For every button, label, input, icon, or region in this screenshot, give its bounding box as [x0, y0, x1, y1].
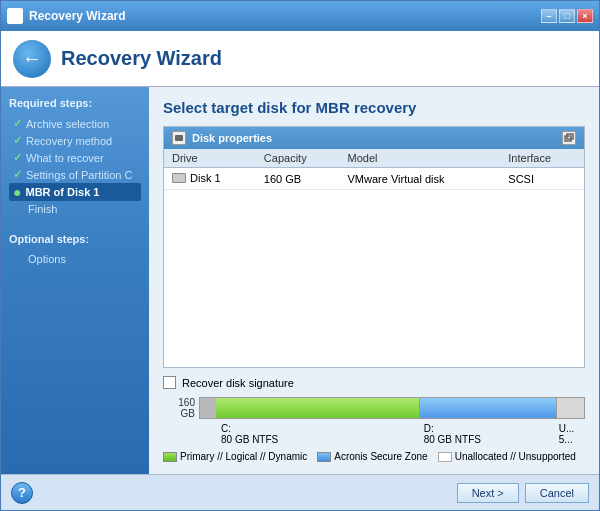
panel-header-icon	[172, 131, 186, 145]
sidebar-label: Options	[28, 253, 66, 265]
d-label: D:	[424, 423, 555, 434]
main-content: Required steps: ✓ Archive selection ✓ Re…	[1, 87, 599, 474]
check-icon: ✓	[13, 151, 22, 164]
svg-rect-0	[175, 135, 183, 141]
col-interface: Interface	[500, 149, 584, 168]
sidebar-label: What to recover	[26, 152, 104, 164]
c-sublabel: 80 GB NTFS	[221, 434, 418, 445]
legend-icon-unalloc	[438, 452, 452, 462]
window-controls: – □ ×	[541, 9, 593, 23]
sidebar-item-mbr-disk1[interactable]: ● MBR of Disk 1	[9, 183, 141, 201]
c-label-col: C: 80 GB NTFS	[203, 423, 418, 445]
legend-primary: Primary // Logical // Dynamic	[163, 451, 307, 462]
sidebar-item-finish[interactable]: Finish	[9, 201, 141, 217]
sidebar-label: Settings of Partition C	[26, 169, 132, 181]
bar-segment-c	[216, 398, 419, 418]
panel-title: Disk properties	[192, 132, 272, 144]
legend-label-primary: Primary // Logical // Dynamic	[180, 451, 307, 462]
sidebar-item-what-to-recover[interactable]: ✓ What to recover	[9, 149, 141, 166]
col-model: Model	[340, 149, 501, 168]
u-label-col: U... 5...	[557, 423, 585, 445]
content-area: Select target disk for MBR recovery Disk…	[149, 87, 599, 474]
title-bar: Recovery Wizard – □ ×	[1, 1, 599, 31]
disk-size-label: 160 GB	[163, 397, 195, 419]
col-drive: Drive	[164, 149, 256, 168]
legend-icon-blue	[317, 452, 331, 462]
close-button[interactable]: ×	[577, 9, 593, 23]
d-sublabel: 80 GB NTFS	[424, 434, 555, 445]
partition-labels-row: C: 80 GB NTFS D: 80 GB NTFS U... 5...	[163, 423, 585, 445]
page-title: Recovery Wizard	[61, 47, 222, 70]
bar-segment-unalloc	[557, 398, 584, 418]
panel-header: Disk properties	[164, 127, 584, 149]
bottom-section: Recover disk signature 160 GB	[163, 376, 585, 462]
table-row[interactable]: Disk 1 160 GB VMware Virtual disk SCSI	[164, 168, 584, 190]
recover-signature-row: Recover disk signature	[163, 376, 585, 389]
maximize-button[interactable]: □	[559, 9, 575, 23]
header: ← Recovery Wizard	[1, 31, 599, 87]
u-label: U...	[559, 423, 585, 434]
sidebar-label: Archive selection	[26, 118, 109, 130]
required-steps-label: Required steps:	[9, 97, 141, 109]
bar-segment-d	[420, 398, 556, 418]
u-sublabel: 5...	[559, 434, 585, 445]
sidebar: Required steps: ✓ Archive selection ✓ Re…	[1, 87, 149, 474]
disk-visual-row: 160 GB	[163, 397, 585, 419]
sidebar-item-recovery-method[interactable]: ✓ Recovery method	[9, 132, 141, 149]
legend-unalloc: Unallocated // Unsupported	[438, 451, 576, 462]
optional-steps: Optional steps: Options	[9, 233, 141, 267]
minimize-button[interactable]: –	[541, 9, 557, 23]
check-icon: ✓	[13, 134, 22, 147]
legend-label-acronis: Acronis Secure Zone	[334, 451, 427, 462]
sidebar-item-settings-partition[interactable]: ✓ Settings of Partition C	[9, 166, 141, 183]
header-icon: ←	[13, 40, 51, 78]
disk-properties-panel: Disk properties Drive Capacity Model Int…	[163, 126, 585, 368]
sidebar-label: Recovery method	[26, 135, 112, 147]
disk-icon: Disk 1	[172, 172, 221, 184]
app-icon	[7, 8, 23, 24]
legend-icon-green	[163, 452, 177, 462]
panel-restore-button[interactable]	[562, 131, 576, 145]
cell-model: VMware Virtual disk	[340, 168, 501, 190]
bar-segment-gray	[200, 398, 216, 418]
cell-interface: SCSI	[500, 168, 584, 190]
hdd-icon	[172, 173, 186, 183]
help-button[interactable]: ?	[11, 482, 33, 504]
footer-left: ?	[11, 482, 33, 504]
optional-steps-label: Optional steps:	[9, 233, 141, 245]
legend: Primary // Logical // Dynamic Acronis Se…	[163, 451, 585, 462]
check-icon: ✓	[13, 168, 22, 181]
back-arrow-icon: ←	[22, 47, 42, 70]
bullet-icon: ●	[13, 185, 21, 199]
sidebar-item-archive-selection[interactable]: ✓ Archive selection	[9, 115, 141, 132]
cell-drive: Disk 1	[164, 168, 256, 190]
window-title: Recovery Wizard	[29, 9, 541, 23]
check-icon: ✓	[13, 117, 22, 130]
sidebar-label: Finish	[28, 203, 57, 215]
c-label: C:	[221, 423, 418, 434]
footer-buttons: Next > Cancel	[457, 483, 589, 503]
next-button[interactable]: Next >	[457, 483, 519, 503]
cancel-button[interactable]: Cancel	[525, 483, 589, 503]
recover-signature-label: Recover disk signature	[182, 377, 294, 389]
disk-table: Drive Capacity Model Interface	[164, 149, 584, 367]
sidebar-item-options[interactable]: Options	[9, 251, 141, 267]
cell-capacity: 160 GB	[256, 168, 340, 190]
footer: ? Next > Cancel	[1, 474, 599, 510]
col-capacity: Capacity	[256, 149, 340, 168]
window: Recovery Wizard – □ × ← Recovery Wizard …	[0, 0, 600, 511]
content-title: Select target disk for MBR recovery	[163, 99, 585, 116]
disk-bar-full	[199, 397, 585, 419]
recover-signature-checkbox[interactable]	[163, 376, 176, 389]
d-label-col: D: 80 GB NTFS	[420, 423, 555, 445]
legend-acronis: Acronis Secure Zone	[317, 451, 427, 462]
sidebar-label: MBR of Disk 1	[25, 186, 99, 198]
legend-label-unalloc: Unallocated // Unsupported	[455, 451, 576, 462]
